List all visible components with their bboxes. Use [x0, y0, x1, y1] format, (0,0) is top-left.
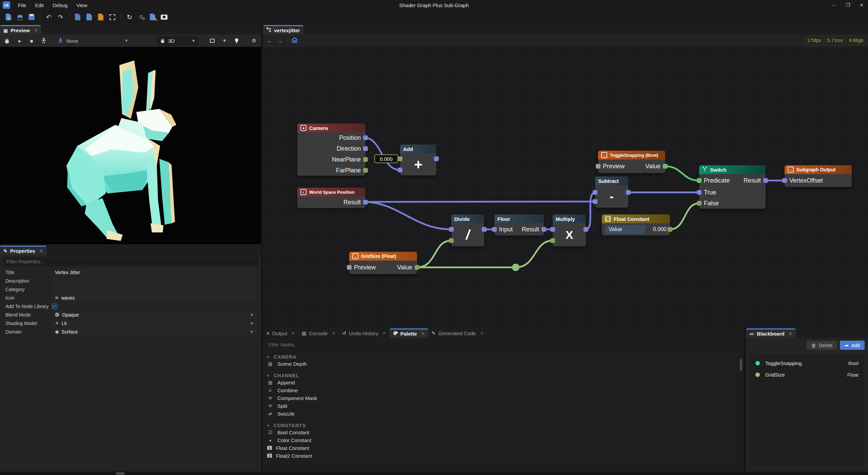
palette-item-bool-constant[interactable]: ☑Bool Constant	[267, 429, 744, 436]
port-wsp-result[interactable]	[363, 200, 368, 205]
settings-gears-button[interactable]: ⚙⚙	[137, 13, 145, 21]
port-floor-result[interactable]	[541, 227, 546, 232]
node-world-space-position[interactable]: ◐World Space Position Result	[297, 188, 366, 208]
port-multiply-out[interactable]	[584, 227, 588, 232]
port-add-out[interactable]	[434, 156, 439, 161]
close-icon[interactable]: ✕	[382, 331, 386, 336]
node-camera[interactable]: ●Camera Position Direction NearPlane Far…	[297, 124, 366, 176]
close-icon[interactable]: ✕	[789, 331, 792, 336]
properties-filter-input[interactable]	[3, 257, 258, 266]
port-divide-a[interactable]	[449, 227, 454, 232]
port-subtract-a[interactable]	[593, 190, 597, 195]
forward-arrow-icon[interactable]: →	[277, 37, 283, 44]
frame-icon[interactable]	[209, 37, 216, 44]
blackboard-item-gridsize[interactable]: GridSize Float	[751, 369, 863, 380]
node-multiply[interactable]: Multiply X	[553, 214, 586, 246]
port-floatconst-out[interactable]	[668, 227, 672, 232]
node-subtract[interactable]: Subtract -	[595, 176, 628, 208]
palette-item-color-constant[interactable]: ◕Color Constant	[267, 436, 744, 444]
blackboard-item-togglesnapping[interactable]: ToggleSnapping Bool	[751, 357, 863, 369]
select-all-button[interactable]	[108, 13, 117, 21]
home-icon[interactable]	[291, 37, 298, 44]
back-arrow-icon[interactable]: ←	[267, 37, 273, 44]
node-add[interactable]: Add +	[400, 145, 436, 175]
menu-debug[interactable]: Debug	[48, 0, 72, 10]
new-file-button[interactable]: +	[4, 13, 13, 21]
close-icon[interactable]: ✕	[332, 331, 335, 336]
port-divide-b[interactable]	[449, 238, 454, 243]
port-add-a[interactable]	[398, 156, 402, 161]
port-multiply-b[interactable]	[550, 238, 555, 243]
cube-icon[interactable]: ■	[28, 37, 35, 44]
palette-section-constants[interactable]: ▼CONSTANTS	[267, 423, 744, 428]
add-button[interactable]: ➦Add	[840, 341, 865, 350]
node-subgraph-output[interactable]: →Subgraph Output VertexOffset	[785, 165, 852, 187]
port-switch-result[interactable]	[763, 178, 768, 183]
port-toggle-preview[interactable]	[596, 164, 600, 169]
graph-canvas[interactable]: ●Camera Position Direction NearPlane Far…	[263, 47, 868, 328]
tab-output[interactable]: ≡Output✕	[263, 328, 298, 338]
close-icon[interactable]: ✕	[34, 28, 38, 33]
palette-scrollbar[interactable]	[740, 359, 742, 370]
redo-button[interactable]: ↷	[56, 13, 65, 21]
close-icon[interactable]: ✕	[421, 331, 425, 336]
node-switch[interactable]: Switch PredicateResult True False	[699, 165, 766, 209]
mannequin-icon[interactable]	[40, 37, 47, 44]
shading-model-select[interactable]: ☀ Lit ▼	[52, 320, 257, 327]
delete-button[interactable]: 🗑Delete	[807, 341, 837, 350]
port-position[interactable]	[363, 135, 368, 140]
palette-item-swizzle[interactable]: ⇄Swizzle	[267, 410, 744, 417]
menu-file[interactable]: File	[14, 0, 31, 10]
preview-model-dropdown[interactable]: None ▼	[57, 38, 129, 44]
tab-palette[interactable]: Palette✕	[390, 328, 428, 338]
port-switch-predicate[interactable]	[697, 178, 702, 183]
palette-item-float2-constant[interactable]: 2Float2 Constant	[267, 452, 744, 459]
close-button[interactable]: ✕	[855, 0, 868, 10]
port-multiply-a[interactable]	[550, 227, 555, 232]
palette-item-float-constant[interactable]: 1Float Constant	[267, 444, 744, 452]
port-divide-out[interactable]	[482, 227, 487, 232]
tab-properties[interactable]: ✎ Properties ✕	[0, 246, 46, 255]
preview-settings-gear-icon[interactable]: ⚙	[250, 37, 258, 44]
undo-button[interactable]: ↶	[44, 13, 53, 21]
port-vertexoffset[interactable]	[782, 178, 787, 183]
menu-edit[interactable]: Edit	[31, 0, 48, 10]
port-subtract-out[interactable]	[626, 190, 631, 195]
domain-select[interactable]: ◉ Surface ▼	[52, 328, 257, 335]
environment-sun-icon[interactable]: ☀	[221, 37, 228, 44]
port-nearplane[interactable]	[363, 157, 368, 162]
value-field[interactable]: Value	[605, 225, 645, 234]
light-bulb-icon[interactable]	[233, 37, 240, 44]
palette-item-scene-depth[interactable]: ▤Scene Depth	[267, 360, 744, 367]
node-gridsize[interactable]: →GridSize (Float) PreviewValue	[349, 252, 417, 274]
float-constant-value[interactable]: 0.000	[653, 226, 667, 232]
palette-item-combine[interactable]: ⅄Combine	[267, 386, 744, 394]
resize-handle[interactable]	[116, 472, 125, 475]
node-floor[interactable]: Floor InputResult	[494, 214, 544, 235]
palette-item-component-mask[interactable]: ΨComponent Mask	[267, 394, 744, 402]
port-switch-false[interactable]	[697, 201, 702, 206]
title-input[interactable]	[52, 269, 257, 276]
sphere-icon[interactable]: ●	[16, 37, 23, 44]
cut-button[interactable]	[73, 13, 82, 21]
screenshot-button[interactable]	[160, 13, 169, 21]
tab-preview[interactable]: ▣ Preview ✕	[0, 25, 41, 35]
port-add-b[interactable]	[398, 168, 402, 172]
close-icon[interactable]: ✕	[291, 331, 295, 336]
menu-view[interactable]: View	[72, 0, 92, 10]
tab-generated-code[interactable]: ✎Generated Code✕	[428, 328, 487, 338]
edit-code-button[interactable]: ✎	[148, 13, 157, 21]
restore-button[interactable]: ❐	[842, 0, 854, 10]
category-input[interactable]	[52, 286, 257, 293]
preview-viewport[interactable]	[0, 47, 261, 244]
add-default-value-field[interactable]: 0.000	[374, 154, 398, 163]
tab-vertexjitter[interactable]: vertexjitter	[263, 25, 303, 35]
node-float-constant[interactable]: 1Float Constant Value 0.000	[602, 214, 670, 235]
tab-console[interactable]: ▤Console✕	[298, 328, 339, 338]
port-switch-true[interactable]	[697, 190, 702, 195]
icon-input[interactable]: ≋ waves	[52, 294, 257, 301]
save-button[interactable]	[27, 13, 36, 21]
port-direction[interactable]	[363, 146, 368, 151]
close-icon[interactable]: ✕	[39, 248, 43, 253]
tab-blackboard[interactable]: ≔ Blackboard ✕	[746, 328, 796, 338]
